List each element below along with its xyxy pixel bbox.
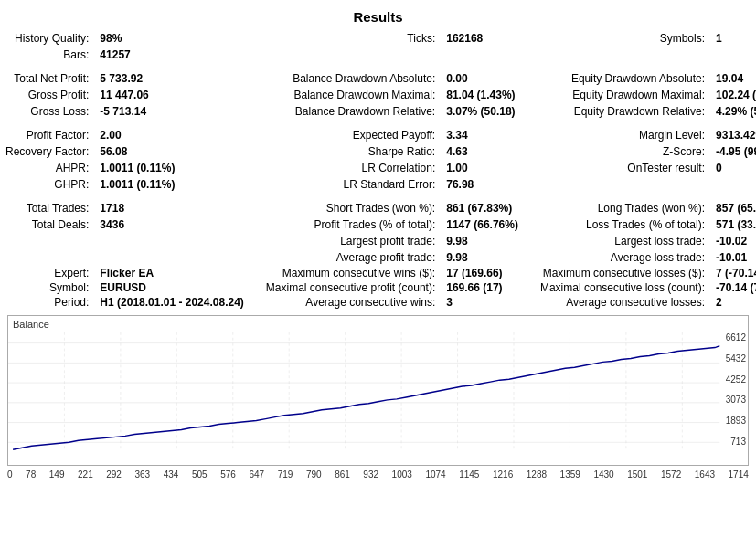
eq-dd-max-value: 102.24 (1.57%) [710,87,756,103]
lr-std-error-value: 76.98 [441,176,524,193]
avg-loss-label: Average loss trade: [535,249,710,266]
total-deals-value: 3436 [94,216,249,233]
expected-payoff-value: 3.34 [441,127,524,143]
max-consec-loss-value: -70.14 (7) [710,280,756,295]
avg-profit-label: Average profit trade: [261,249,441,266]
ahpr-value: 1.0011 (0.11%) [94,160,249,176]
max-consec-profit-value: 169.66 (17) [441,280,524,295]
profit-factor-label: Profit Factor: [0,127,94,143]
gross-profit-label: Gross Profit: [0,87,94,103]
expert-label: Expert: [0,266,94,280]
max-consec-loss-label: Maximal consecutive loss (count): [535,280,710,295]
bars-value: 41257 [94,47,249,63]
x-axis: 0 78 149 221 292 363 434 505 576 647 719… [0,469,756,480]
bal-dd-rel-value: 3.07% (50.18) [441,103,524,120]
ontester-value: 0 [710,160,756,176]
ticks-value: 162168 [441,30,524,47]
eq-dd-rel-label: Equity Drawdown Relative: [535,103,710,120]
gross-loss-value: -5 713.14 [94,103,249,120]
lr-std-error-label: LR Standard Error: [261,176,441,193]
z-score-label: Z-Score: [535,143,710,160]
max-consec-profit-label: Maximal consecutive profit (count): [261,280,441,295]
long-trades-label: Long Trades (won %): [535,200,710,216]
total-deals-label: Total Deals: [0,216,94,233]
z-score-value: -4.95 (99.74%) [710,143,756,160]
ghpr-value: 1.0011 (0.11%) [94,176,249,193]
largest-loss-label: Largest loss trade: [535,233,710,249]
ahpr-label: AHPR: [0,160,94,176]
ontester-label: OnTester result: [535,160,710,176]
expected-payoff-label: Expected Payoff: [261,127,441,143]
profit-trades-label: Profit Trades (% of total): [261,216,441,233]
sharpe-ratio-label: Sharpe Ratio: [261,143,441,160]
bal-dd-rel-label: Balance Drawdown Relative: [261,103,441,120]
loss-trades-value: 571 (33.24%) [710,216,756,233]
sharpe-ratio-value: 4.63 [441,143,524,160]
total-net-profit-label: Total Net Profit: [0,70,94,87]
max-consec-wins-label: Maximum consecutive wins ($): [261,266,441,280]
largest-profit-value: 9.98 [441,233,524,249]
bal-dd-max-label: Balance Drawdown Maximal: [261,87,441,103]
avg-consec-losses-label: Average consecutive losses: [535,295,710,310]
lr-corr-value: 1.00 [441,160,524,176]
max-consec-losses-value: 7 (-70.14) [710,266,756,280]
symbols-label: Symbols: [535,30,710,47]
max-consec-wins-value: 17 (169.66) [441,266,524,280]
bars-label: Bars: [0,47,94,63]
avg-profit-value: 9.98 [441,249,524,266]
symbols-value: 1 [710,30,756,47]
period-value: H1 (2018.01.01 - 2024.08.24) [94,295,249,310]
largest-loss-value: -10.02 [710,233,756,249]
total-trades-label: Total Trades: [0,200,94,216]
total-net-profit-value: 5 733.92 [94,70,249,87]
bal-dd-abs-value: 0.00 [441,70,524,87]
gross-profit-value: 11 447.06 [94,87,249,103]
avg-loss-value: -10.01 [710,249,756,266]
history-quality-label: History Quality: [0,30,94,47]
period-label: Period: [0,295,94,310]
recovery-factor-value: 56.08 [94,143,249,160]
eq-dd-abs-label: Equity Drawdown Absolute: [535,70,710,87]
bal-dd-max-value: 81.04 (1.43%) [441,87,524,103]
recovery-factor-label: Recovery Factor: [0,143,94,160]
avg-consec-wins-value: 3 [441,295,524,310]
balance-line-chart [8,316,748,465]
max-consec-losses-label: Maximum consecutive losses ($): [535,266,710,280]
lr-corr-label: LR Correlation: [261,160,441,176]
profit-trades-value: 1147 (66.76%) [441,216,524,233]
total-trades-value: 1718 [94,200,249,216]
eq-dd-abs-value: 19.04 [710,70,756,87]
bal-dd-abs-label: Balance Drawdown Absolute: [261,70,441,87]
short-trades-value: 861 (67.83%) [441,200,524,216]
margin-level-label: Margin Level: [535,127,710,143]
eq-dd-rel-value: 4.29% (57.33) [710,103,756,120]
long-trades-value: 857 (65.69%) [710,200,756,216]
margin-level-value: 9313.42% [710,127,756,143]
balance-chart: Balance 6612 5432 4252 3073 1893 713 [7,315,749,466]
history-quality-value: 98% [94,30,249,47]
ghpr-label: GHPR: [0,176,94,193]
symbol-value: EURUSD [94,280,249,295]
loss-trades-label: Loss Trades (% of total): [535,216,710,233]
eq-dd-max-label: Equity Drawdown Maximal: [535,87,710,103]
short-trades-label: Short Trades (won %): [261,200,441,216]
ticks-label: Ticks: [261,30,441,47]
avg-consec-wins-label: Average consecutive wins: [261,295,441,310]
expert-value: Flicker EA [94,266,249,280]
profit-factor-value: 2.00 [94,127,249,143]
largest-profit-label: Largest profit trade: [261,233,441,249]
avg-consec-losses-value: 2 [710,295,756,310]
page-title: Results [0,0,756,30]
symbol-label: Symbol: [0,280,94,295]
gross-loss-label: Gross Loss: [0,103,94,120]
